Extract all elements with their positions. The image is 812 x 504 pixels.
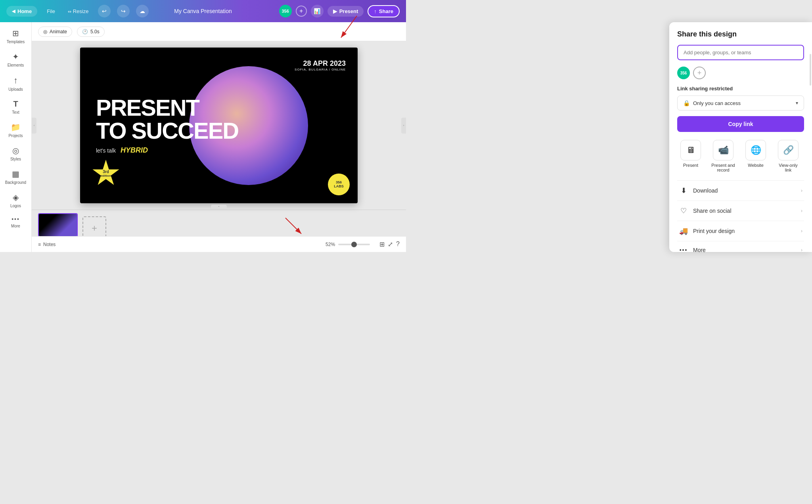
- navbar: ◀ Home File ⇔ Resize ↩ ↪ ☁ My Canva Pres…: [0, 0, 406, 22]
- present-button[interactable]: ▶ Present: [327, 6, 364, 17]
- left-sidebar: ⊞ Templates ✦ Elements ↑ Uploads T Text …: [0, 22, 32, 252]
- sidebar-item-text[interactable]: T Text: [2, 96, 30, 118]
- sidebar-item-label: Uploads: [8, 87, 23, 92]
- sidebar-item-more[interactable]: ••• More: [2, 213, 30, 231]
- animate-icon: ◎: [43, 29, 47, 34]
- filmstrip: 1 +: [32, 210, 406, 236]
- duration-button[interactable]: 🕐 5.0s: [77, 27, 105, 37]
- elements-icon: ✦: [12, 52, 19, 61]
- add-collaborator-button[interactable]: +: [296, 6, 307, 17]
- badge-line2: edition: [101, 174, 111, 178]
- sidebar-item-background[interactable]: ▦ Background: [2, 166, 30, 188]
- sidebar-item-label: Projects: [8, 134, 23, 138]
- styles-icon: ◎: [12, 146, 19, 155]
- uploads-icon: ↑: [13, 75, 18, 86]
- filmstrip-slide-1[interactable]: 1: [38, 213, 78, 236]
- navbar-left: ◀ Home File ⇔ Resize ↩ ↪ ☁: [6, 5, 274, 17]
- notes-icon: ≡: [38, 242, 41, 247]
- more-icon: •••: [11, 216, 20, 222]
- navbar-right: 356 + 📊 ▶ Present ↑ Share: [279, 5, 400, 17]
- slide-present-text: PRESENT: [96, 96, 342, 119]
- slide-thumbnail-1[interactable]: [38, 213, 78, 236]
- resize-icon: ⇔: [68, 9, 71, 14]
- main-layout: ⊞ Templates ✦ Elements ↑ Uploads T Text …: [0, 22, 406, 252]
- bottom-icons: ⊞ ⤢ ?: [379, 241, 400, 248]
- slide-date-box: 28 APR 2023 SOFIA, BULGARIA / ONLINE: [295, 59, 346, 71]
- sidebar-item-uploads[interactable]: ↑ Uploads: [2, 72, 30, 95]
- sidebar-item-projects[interactable]: 📁 Projects: [2, 119, 30, 141]
- slide-date: 28 APR 2023: [295, 59, 346, 68]
- fullscreen-button[interactable]: ⤢: [388, 241, 393, 248]
- help-button[interactable]: ?: [396, 241, 400, 248]
- slide-viewport: ‹ › PRESENT TO SUCCEED let's talk HYBRID: [32, 41, 406, 210]
- document-title[interactable]: My Canva Presentation: [174, 8, 232, 14]
- grid-view-button[interactable]: ⊞: [379, 241, 385, 248]
- undo-button[interactable]: ↩: [98, 5, 111, 17]
- zoom-slider[interactable]: [338, 244, 370, 245]
- templates-icon: ⊞: [12, 29, 19, 38]
- sidebar-item-label: Logos: [10, 204, 21, 208]
- scroll-down-handle[interactable]: ˅: [211, 205, 227, 210]
- content-area: ◎ Animate 🕐 5.0s ‹ › PRESENT TO SUCCEED: [32, 22, 406, 252]
- badge: 3rd edition: [92, 160, 120, 187]
- sidebar-item-label: More: [11, 224, 20, 228]
- slide-hybrid: HYBRID: [121, 146, 148, 154]
- sidebar-item-label: Styles: [10, 157, 21, 161]
- slide-location: SOFIA, BULGARIA / ONLINE: [295, 68, 346, 71]
- notes-button[interactable]: ≡ Notes: [38, 242, 56, 247]
- file-button[interactable]: File: [44, 7, 58, 16]
- bottom-bar: ≡ Notes 52% ⊞ ⤢ ?: [32, 236, 406, 252]
- share-button[interactable]: ↑ Share: [368, 5, 400, 17]
- org-badge: 356LABS: [328, 174, 350, 195]
- share-icon: ↑: [374, 8, 377, 14]
- resize-button[interactable]: ⇔ Resize: [65, 7, 92, 16]
- animate-button[interactable]: ◎ Animate: [38, 27, 72, 37]
- home-button[interactable]: ◀ Home: [6, 6, 37, 17]
- logos-icon: ◈: [13, 193, 19, 202]
- zoom-area: 52%: [326, 242, 370, 247]
- slide-sub: let's talk HYBRID: [96, 146, 342, 155]
- zoom-label: 52%: [326, 242, 335, 247]
- sidebar-item-label: Background: [5, 180, 26, 185]
- scroll-right-handle[interactable]: ›: [401, 118, 406, 134]
- sidebar-item-elements[interactable]: ✦ Elements: [2, 49, 30, 71]
- text-icon: T: [13, 99, 18, 109]
- add-slide-button[interactable]: +: [82, 216, 106, 236]
- sidebar-item-styles[interactable]: ◎ Styles: [2, 143, 30, 164]
- cloud-button[interactable]: ☁: [136, 5, 149, 17]
- avatar: 356: [279, 5, 292, 17]
- sidebar-item-logos[interactable]: ◈ Logos: [2, 189, 30, 211]
- slide-succeed-text: TO SUCCEED: [96, 119, 342, 142]
- badge-shape: 3rd edition: [92, 160, 120, 187]
- canvas-wrapper: ‹ › PRESENT TO SUCCEED let's talk HYBRID: [32, 41, 406, 236]
- present-icon: ▶: [333, 8, 337, 14]
- projects-icon: 📁: [11, 122, 21, 132]
- toolbar: ◎ Animate 🕐 5.0s: [32, 22, 406, 41]
- zoom-handle[interactable]: [351, 242, 357, 247]
- slide-canvas[interactable]: PRESENT TO SUCCEED let's talk HYBRID 28 …: [80, 48, 358, 203]
- badge-line1: 3rd: [103, 170, 109, 174]
- sidebar-item-label: Templates: [7, 40, 25, 44]
- sidebar-item-templates[interactable]: ⊞ Templates: [2, 25, 30, 47]
- clock-icon: 🕐: [82, 29, 88, 34]
- scroll-left-handle[interactable]: ‹: [32, 118, 36, 134]
- org-text: 356LABS: [334, 181, 344, 189]
- background-icon: ▦: [12, 169, 19, 179]
- analytics-button[interactable]: 📊: [311, 5, 324, 17]
- sidebar-item-label: Elements: [8, 63, 24, 67]
- redo-button[interactable]: ↪: [117, 5, 130, 17]
- thumb-inner: [39, 214, 77, 236]
- home-label: Home: [17, 8, 32, 14]
- sidebar-item-label: Text: [12, 110, 19, 115]
